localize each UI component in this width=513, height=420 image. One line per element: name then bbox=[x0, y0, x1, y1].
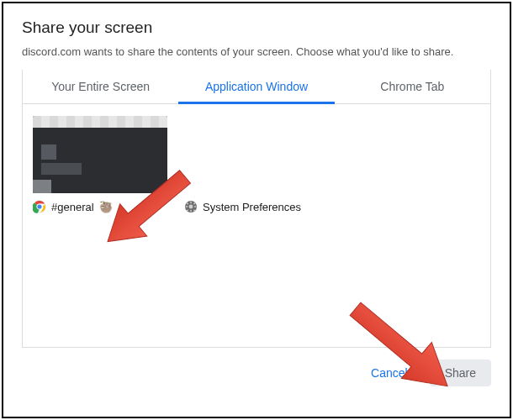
tab-application-window[interactable]: Application Window bbox=[178, 70, 334, 104]
share-screen-dialog: Share your screen discord.com wants to s… bbox=[2, 2, 511, 418]
annotation-arrow-icon bbox=[87, 163, 205, 255]
app-label: System Preferences bbox=[203, 201, 301, 213]
tab-chrome-tab[interactable]: Chrome Tab bbox=[335, 70, 490, 103]
dialog-subtitle: discord.com wants to share the contents … bbox=[22, 45, 491, 58]
dialog-title: Share your screen bbox=[22, 18, 491, 37]
svg-point-2 bbox=[37, 204, 41, 208]
annotation-arrow-icon bbox=[336, 299, 471, 408]
tab-entire-screen[interactable]: Your Entire Screen bbox=[23, 70, 178, 103]
svg-marker-13 bbox=[94, 163, 198, 255]
chrome-icon bbox=[33, 200, 46, 213]
svg-marker-14 bbox=[341, 299, 463, 404]
source-tabs: Your Entire Screen Application Window Ch… bbox=[22, 70, 491, 104]
